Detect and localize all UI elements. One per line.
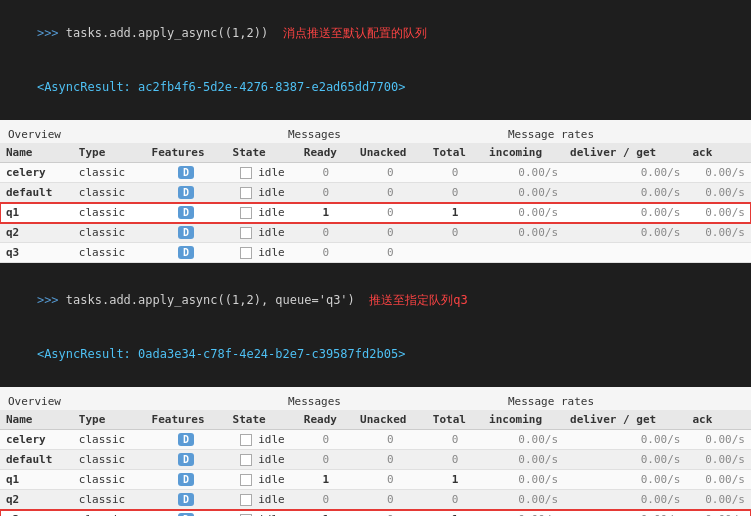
table-cell: idle [227, 430, 298, 450]
table-cell: 0 [298, 450, 354, 470]
table-cell: 0.00/s [564, 450, 686, 470]
table-cell: idle [227, 490, 298, 510]
state-checkbox[interactable] [240, 187, 252, 199]
terminal-line-2: >>> tasks.add.apply_async((1,2), queue='… [8, 273, 743, 327]
table-cell: classic [73, 183, 146, 203]
state-checkbox[interactable] [240, 434, 252, 446]
th-deliver-get-1: deliver / get [564, 143, 686, 163]
table-cell: idle [227, 243, 298, 263]
table-cell: 0.00/s [483, 450, 564, 470]
table-wrapper-2: Name Type Features State Ready Unacked T… [0, 410, 751, 516]
table-cell: q3 [0, 510, 73, 517]
state-checkbox[interactable] [240, 494, 252, 506]
table-cell: idle [227, 183, 298, 203]
feature-badge: D [178, 186, 194, 199]
table-cell: 0.00/s [686, 203, 751, 223]
terminal-highlight-2: 推送至指定队列q3 [369, 293, 467, 307]
table-cell: classic [73, 163, 146, 183]
table-cell: idle [227, 163, 298, 183]
table-cell: 0 [354, 203, 427, 223]
table-cell: 0 [298, 183, 354, 203]
table-row: defaultclassicD idle0000.00/s0.00/s0.00/… [0, 450, 751, 470]
th-features-2: Features [146, 410, 227, 430]
th-unacked-2: Unacked [354, 410, 427, 430]
table-cell: 0.00/s [483, 203, 564, 223]
table-cell: 0.00/s [564, 510, 686, 517]
table-cell: classic [73, 510, 146, 517]
state-checkbox[interactable] [240, 454, 252, 466]
th-incoming-1: incoming [483, 143, 564, 163]
th-incoming-2: incoming [483, 410, 564, 430]
queue-table-1: Name Type Features State Ready Unacked T… [0, 143, 751, 263]
terminal-result-text-2: <AsyncResult: 0ada3e34-c78f-4e24-b2e7-c3… [37, 347, 405, 361]
table-cell: 0.00/s [483, 510, 564, 517]
state-checkbox[interactable] [240, 474, 252, 486]
table-cell: D [146, 490, 227, 510]
table-cell [564, 243, 686, 263]
table-cell: D [146, 183, 227, 203]
table-cell: 0 [354, 450, 427, 470]
rates-label-2: Message rates [508, 395, 743, 408]
table-cell: classic [73, 223, 146, 243]
table-cell: 0 [354, 223, 427, 243]
terminal-block-2: >>> tasks.add.apply_async((1,2), queue='… [0, 267, 751, 387]
rates-label-1: Message rates [508, 128, 743, 141]
table-cell: 0 [354, 183, 427, 203]
table-cell: q1 [0, 470, 73, 490]
table-row: q1classicD idle1010.00/s0.00/s0.00/s [0, 203, 751, 223]
table-cell: 0.00/s [686, 490, 751, 510]
state-checkbox[interactable] [240, 227, 252, 239]
table-cell: D [146, 243, 227, 263]
th-features-1: Features [146, 143, 227, 163]
table-cell: D [146, 450, 227, 470]
table-cell: q1 [0, 203, 73, 223]
table-cell: 0 [298, 163, 354, 183]
table-cell: 0 [427, 430, 483, 450]
table-cell: D [146, 430, 227, 450]
th-type-2: Type [73, 410, 146, 430]
th-state-2: State [227, 410, 298, 430]
table-row: q2classicD idle0000.00/s0.00/s0.00/s [0, 223, 751, 243]
table-cell: 0.00/s [483, 430, 564, 450]
table-cell: 0.00/s [483, 490, 564, 510]
table-cell: 0.00/s [686, 183, 751, 203]
table-cell: 1 [298, 470, 354, 490]
table-row: celeryclassicD idle0000.00/s0.00/s0.00/s [0, 430, 751, 450]
terminal-block-1: >>> tasks.add.apply_async((1,2)) 消点推送至默认… [0, 0, 751, 120]
table-section-2: Overview Messages Message rates Name Typ… [0, 387, 751, 516]
table-cell: D [146, 163, 227, 183]
table-cell: q3 [0, 243, 73, 263]
th-deliver-get-2: deliver / get [564, 410, 686, 430]
table-cell: classic [73, 243, 146, 263]
table-cell: 0.00/s [483, 163, 564, 183]
table-cell: idle [227, 450, 298, 470]
table-cell [686, 243, 751, 263]
table-row: q3classicD idle1010.00/s0.00/s0.00/s [0, 510, 751, 517]
table-cell: 1 [427, 203, 483, 223]
table-cell: 0.00/s [483, 470, 564, 490]
table-cell: 0.00/s [686, 510, 751, 517]
terminal-result-1: <AsyncResult: ac2fb4f6-5d2e-4276-8387-e2… [8, 60, 743, 114]
th-total-1: Total [427, 143, 483, 163]
table-cell: default [0, 450, 73, 470]
table-cell: 0 [298, 430, 354, 450]
table-cell: 0.00/s [483, 223, 564, 243]
table-cell: D [146, 203, 227, 223]
table-cell: 0.00/s [564, 430, 686, 450]
state-checkbox[interactable] [240, 207, 252, 219]
table-cell: classic [73, 203, 146, 223]
feature-badge: D [178, 433, 194, 446]
th-type-1: Type [73, 143, 146, 163]
th-ack-1: ack [686, 143, 751, 163]
state-checkbox[interactable] [240, 167, 252, 179]
feature-badge: D [178, 226, 194, 239]
table-cell: 0 [298, 223, 354, 243]
table-cell: 0.00/s [564, 183, 686, 203]
table-cell: 0.00/s [564, 490, 686, 510]
table-cell: celery [0, 430, 73, 450]
table-cell: q2 [0, 490, 73, 510]
table-wrapper-1: Name Type Features State Ready Unacked T… [0, 143, 751, 263]
table-cell: 0 [354, 430, 427, 450]
table-cell: 0 [298, 490, 354, 510]
state-checkbox[interactable] [240, 247, 252, 259]
